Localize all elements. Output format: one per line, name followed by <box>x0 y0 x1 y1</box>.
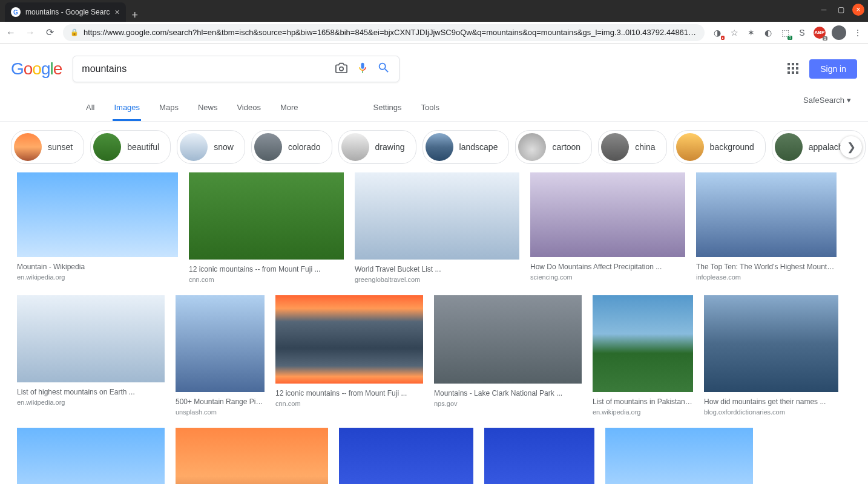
apps-grid-icon[interactable] <box>787 63 800 75</box>
chip-label: sunset <box>48 142 73 152</box>
result-thumb <box>17 295 165 382</box>
result-title: 500+ Mountain Range Pict... <box>176 397 265 407</box>
result-thumb <box>355 172 519 260</box>
chip-label: background <box>710 142 754 152</box>
result-title: Mountain - Wikipedia <box>17 262 178 272</box>
tools-link[interactable]: Tools <box>420 96 441 121</box>
nav-tab-videos[interactable]: Videos <box>235 96 262 121</box>
image-result[interactable]: 500+ Mountain Range Pict...unsplash.com <box>176 295 265 416</box>
maximize-icon[interactable]: ▢ <box>835 4 846 15</box>
chip-thumb <box>180 133 208 161</box>
result-title: List of highest mountains on Earth ... <box>17 387 165 397</box>
url-text: https://www.google.com/search?hl=en&tbm=… <box>84 28 697 37</box>
camera-icon[interactable] <box>335 62 348 77</box>
back-icon[interactable]: ← <box>5 27 17 38</box>
minimize-icon[interactable]: ─ <box>818 4 829 15</box>
bookmark-star-icon[interactable]: ☆ <box>729 27 740 38</box>
close-window-icon[interactable]: × <box>852 4 864 16</box>
result-source: en.wikipedia.org <box>17 399 165 406</box>
extension-icon[interactable]: S <box>797 27 807 38</box>
image-result[interactable] <box>176 428 328 484</box>
tab-close-icon[interactable]: × <box>114 7 119 17</box>
search-header: Google Sign in <box>0 44 868 82</box>
page-content: Google Sign in AllImagesMapsNewsVideosMo… <box>0 44 868 484</box>
chip-label: beautiful <box>127 142 159 152</box>
result-source: en.wikipedia.org <box>593 408 693 416</box>
result-source: unsplash.com <box>176 408 265 416</box>
result-thumb <box>275 295 423 384</box>
mic-icon[interactable] <box>357 62 369 77</box>
image-result[interactable]: The Top Ten: The World's Highest Mountai… <box>696 172 837 281</box>
chip-thumb <box>518 133 546 161</box>
nav-tab-images[interactable]: Images <box>113 96 141 121</box>
chip-beautiful[interactable]: beautiful <box>90 130 171 164</box>
chip-thumb <box>601 133 629 161</box>
result-source: blog.oxforddictionaries.com <box>704 408 838 416</box>
window-controls: ─ ▢ × <box>818 4 864 16</box>
result-thumb <box>434 295 582 384</box>
forward-icon[interactable]: → <box>24 27 36 38</box>
chip-thumb <box>775 133 803 161</box>
image-result[interactable]: Mountains - Lake Clark National Park ...… <box>434 295 582 407</box>
image-result[interactable]: How did mountains get their names ...blo… <box>704 295 838 416</box>
image-result[interactable] <box>17 428 165 484</box>
extension-icon[interactable]: ◑• <box>712 27 723 38</box>
image-result[interactable]: World Travel Bucket List ...greenglobalt… <box>355 172 519 283</box>
extension-icon[interactable]: ⬚0 <box>780 27 791 38</box>
browser-tab[interactable]: G mountains - Google Searc × <box>5 2 126 22</box>
chip-thumb <box>93 133 121 161</box>
reload-icon[interactable]: ⟳ <box>44 27 56 38</box>
search-icon[interactable] <box>377 61 390 77</box>
chips-next-button[interactable]: ❯ <box>840 136 862 158</box>
nav-tab-news[interactable]: News <box>197 96 219 121</box>
extension-icon[interactable]: ✶ <box>746 27 757 38</box>
search-box[interactable] <box>73 56 399 82</box>
image-result[interactable] <box>484 428 594 484</box>
chip-thumb <box>14 133 42 161</box>
chip-background[interactable]: background <box>673 130 766 164</box>
chip-label: colorado <box>288 142 321 152</box>
chip-label: snow <box>214 142 234 152</box>
result-title: 12 iconic mountains -- from Mount Fuji .… <box>275 388 423 399</box>
image-result[interactable]: List of mountains in Pakistan - ...en.wi… <box>593 295 693 416</box>
related-chips-row: sunsetbeautifulsnowcoloradodrawinglandsc… <box>0 122 868 172</box>
chip-label: china <box>635 142 655 152</box>
image-result[interactable]: 12 iconic mountains -- from Mount Fuji .… <box>189 172 344 283</box>
image-result[interactable]: Mountain - Wikipediaen.wikipedia.org <box>17 172 178 281</box>
adblock-icon[interactable]: ABP1 <box>814 27 826 39</box>
google-logo[interactable]: Google <box>11 59 62 79</box>
nav-tab-all[interactable]: All <box>85 96 96 121</box>
result-thumb <box>605 428 753 484</box>
nav-tab-maps[interactable]: Maps <box>158 96 180 121</box>
chip-china[interactable]: china <box>598 130 666 164</box>
menu-icon[interactable]: ⋮ <box>852 27 863 38</box>
result-source: infoplease.com <box>696 273 837 281</box>
image-result[interactable]: How Do Mountains Affect Precipitation ..… <box>530 172 685 281</box>
chip-snow[interactable]: snow <box>177 130 245 164</box>
search-input[interactable] <box>82 64 326 74</box>
browser-titlebar: G mountains - Google Searc × + ─ ▢ × <box>0 0 868 22</box>
sign-in-button[interactable]: Sign in <box>809 59 857 79</box>
new-tab-button[interactable]: + <box>126 9 145 22</box>
result-thumb <box>339 428 473 484</box>
image-result[interactable]: 12 iconic mountains -- from Mount Fuji .… <box>275 295 423 407</box>
chip-colorado[interactable]: colorado <box>251 130 332 164</box>
chip-thumb <box>254 133 282 161</box>
safesearch-dropdown[interactable]: SafeSearch ▾ <box>803 96 851 105</box>
image-result[interactable] <box>605 428 753 484</box>
chip-label: drawing <box>375 142 405 152</box>
profile-icon[interactable] <box>832 25 846 40</box>
result-source: nps.gov <box>434 400 582 407</box>
chevron-down-icon: ▾ <box>847 96 851 105</box>
address-bar[interactable]: 🔒 https://www.google.com/search?hl=en&tb… <box>63 24 705 41</box>
lock-icon: 🔒 <box>70 28 79 36</box>
chip-sunset[interactable]: sunset <box>11 130 84 164</box>
chip-drawing[interactable]: drawing <box>338 130 416 164</box>
chip-cartoon[interactable]: cartoon <box>515 130 592 164</box>
extension-icon[interactable]: ◐ <box>763 27 774 38</box>
chip-landscape[interactable]: landscape <box>422 130 510 164</box>
nav-tab-more[interactable]: More <box>279 96 300 121</box>
image-result[interactable] <box>339 428 473 484</box>
settings-link[interactable]: Settings <box>372 96 403 121</box>
image-result[interactable]: List of highest mountains on Earth ...en… <box>17 295 165 406</box>
